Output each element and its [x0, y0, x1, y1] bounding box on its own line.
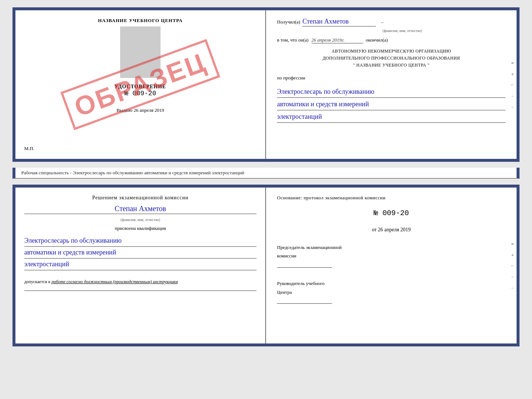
- subtitle-bar: Рабочая специальность - Электрослесарь п…: [12, 168, 520, 179]
- org-line3: " НАЗВАНИЕ УЧЕБНОГО ЦЕНТРА ": [277, 62, 506, 69]
- photo-placeholder: [120, 26, 161, 78]
- predsedatel-line2: комиссии: [277, 252, 506, 260]
- vydano-date: 26 апреля 2019: [134, 107, 164, 113]
- udostoverenie-number: № 009-20: [115, 90, 166, 97]
- rukovoditel-line1: Руководитель учебного: [277, 279, 506, 288]
- vydano-label: Выдано: [116, 107, 132, 113]
- org-line1: АВТОНОМНУЮ НЕКОММЕРЧЕСКУЮ ОРГАНИЗАЦИЮ: [277, 48, 506, 55]
- top-school-title: НАЗВАНИЕ УЧЕБНОГО ЦЕНТРА: [98, 18, 183, 24]
- bottom-name: Степан Ахметов: [24, 204, 256, 214]
- udostoverenie-block: УДОСТОВЕРЕНИЕ № 009-20: [115, 84, 166, 97]
- bottom-left-line: [24, 291, 256, 291]
- poluchil-label: Получил(а): [277, 19, 300, 25]
- rukovoditel-signature: [277, 296, 332, 304]
- top-doc-left: НАЗВАНИЕ УЧЕБНОГО ЦЕНТРА УДОСТОВЕРЕНИЕ №…: [15, 10, 266, 159]
- resheniem-title: Решением экзаменационной комиссии: [24, 195, 256, 201]
- osnovanie-text: Основание: протокол экзаменационной коми…: [277, 195, 506, 201]
- kvali-line1: Электрослесарь по обслуживанию: [24, 236, 256, 247]
- dopuskaetsya-block: допускается к работе согласно должностны…: [24, 278, 256, 285]
- dash-after-name: –: [381, 19, 384, 25]
- predsedatel-block: Председатель экзаменационной комиссии: [277, 243, 506, 270]
- profession-block: Электрослесарь по обслуживанию автоматик…: [277, 85, 506, 124]
- side-marks-top: и а ← – –: [508, 10, 517, 159]
- kvali-line2: автоматики и средств измерений: [24, 247, 256, 259]
- kvali-line3: электростанций: [24, 259, 256, 270]
- prof-line3: электростанций: [277, 112, 506, 123]
- fio-hint-top: (фамилия, имя, отчество): [299, 29, 506, 33]
- udostoverenie-title: УДОСТОВЕРЕНИЕ: [115, 84, 166, 90]
- prof-line1: Электрослесарь по обслуживанию: [277, 87, 506, 98]
- vtom-line: в том, что он(а) 26 апреля 2019г. окончи…: [277, 37, 506, 43]
- predsedatel-signature: [277, 260, 332, 268]
- proto-number: № 009-20: [277, 209, 506, 217]
- side-marks-bottom: и а ← – –: [508, 188, 517, 343]
- vydano-line: Выдано 26 апреля 2019: [116, 107, 164, 113]
- dopusk-text: работе согласно должностным (производств…: [51, 279, 178, 284]
- mp-line: М.П.: [24, 146, 34, 152]
- poluchil-line: Получил(а) Степан Ахметов – (фамилия, им…: [277, 18, 506, 33]
- kvali-block: Электрослесарь по обслуживанию автоматик…: [24, 235, 256, 271]
- org-line2: ДОПОЛНИТЕЛЬНОГО ПРОФЕССИОНАЛЬНОГО ОБРАЗО…: [277, 55, 506, 62]
- rukovoditel-block: Руководитель учебного Центра: [277, 279, 506, 306]
- top-doc-right: Получил(а) Степан Ахметов – (фамилия, им…: [266, 10, 517, 159]
- po-professii-label: по профессии: [277, 75, 506, 81]
- org-block: АВТОНОМНУЮ НЕКОММЕРЧЕСКУЮ ОРГАНИЗАЦИЮ ДО…: [277, 48, 506, 69]
- poluchil-name: Степан Ахметов: [302, 18, 376, 26]
- subtitle-text: Рабочая специальность - Электрослесарь п…: [21, 170, 244, 175]
- predsedatel-line1: Председатель экзаменационной: [277, 243, 506, 252]
- prof-line2: автоматики и средств измерений: [277, 99, 506, 110]
- bottom-fio-hint: (фамилия, имя, отчество): [24, 218, 256, 222]
- bottom-doc-right: Основание: протокол экзаменационной коми…: [266, 188, 517, 343]
- ot-date: от 26 апреля 2019: [277, 227, 506, 233]
- dopuskaetsya-label: допускается к: [24, 279, 50, 284]
- vtom-date: 26 апреля 2019г.: [312, 37, 363, 43]
- top-document: НАЗВАНИЕ УЧЕБНОГО ЦЕНТРА УДОСТОВЕРЕНИЕ №…: [12, 7, 520, 162]
- prisvoena-label: присвоена квалификация: [24, 225, 256, 231]
- bottom-document: Решением экзаменационной комиссии Степан…: [12, 185, 520, 346]
- rukovoditel-line2: Центра: [277, 288, 506, 296]
- bottom-doc-left: Решением экзаменационной комиссии Степан…: [15, 188, 266, 343]
- vtom-label: в том, что он(а): [277, 37, 309, 43]
- okonchil-label: окончил(а): [366, 37, 388, 43]
